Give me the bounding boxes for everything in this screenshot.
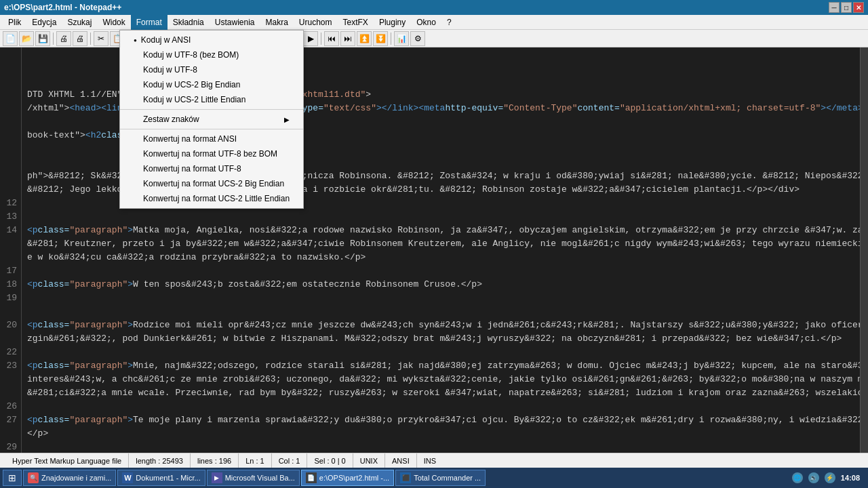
- line-number-26: [3, 386, 17, 400]
- network-icon: 🌐: [792, 472, 803, 483]
- line-number-11: [3, 183, 17, 197]
- toolbar-sep-7: [391, 33, 391, 45]
- dropdown-item-label: Konwertuj na format UCS-2 Little Endian: [143, 194, 290, 203]
- line-number-24: 23: [3, 359, 17, 373]
- dropdown-item-arrow: ▶: [284, 116, 290, 123]
- code-line-24: <p class="paragraph">Mnie, najm&#322;ods…: [27, 359, 860, 373]
- vertical-scrollbar[interactable]: [860, 47, 868, 453]
- dropdown-item-zestaw[interactable]: Zestaw znaków▶: [120, 112, 303, 127]
- minimize-button[interactable]: ─: [829, 2, 840, 13]
- menu-item-format[interactable]: Format: [131, 15, 167, 30]
- dropdown-item-label: Koduj w UTF-8 (bez BOM): [143, 50, 239, 60]
- taskbar-sys: 🌐 🔉 ⚡ 14:08: [787, 472, 865, 483]
- toolbar-print2[interactable]: 🖨: [73, 31, 87, 46]
- menu-bar: PlikEdycjaSzukajWidokFormatSkładniaUstaw…: [0, 15, 868, 30]
- toolbar-cut[interactable]: ✂: [94, 31, 108, 46]
- toolbar-macro-play[interactable]: ▶: [303, 31, 318, 46]
- toolbar-open[interactable]: 📂: [19, 31, 34, 46]
- line-number-12: 12: [3, 197, 17, 210]
- menu-item-edycja[interactable]: Edycja: [26, 15, 62, 30]
- code-line-15: &#281; Kreutzner, przeto i ja by&#322;em…: [27, 237, 860, 251]
- status-sel: Sel : 0 | 0: [307, 453, 353, 468]
- menu-item-szukaj[interactable]: Szukaj: [62, 15, 97, 30]
- taskbar-app-totalcommander[interactable]: ⬛ Total Commander ...: [395, 470, 486, 486]
- line-number-30: 29: [3, 441, 17, 453]
- menu-item-ustawienia[interactable]: Ustawienia: [210, 15, 260, 30]
- dropdown-item-label: Konwertuj na format ANSI: [143, 134, 237, 144]
- line-number-5: [3, 102, 17, 115]
- dropdown-item-label: Koduj w UCS-2 Little Endian: [143, 95, 245, 104]
- dropdown-item-label: Koduj w UTF-8: [143, 65, 197, 75]
- toolbar-print[interactable]: 🖨: [56, 31, 71, 46]
- status-col: Col : 1: [272, 453, 308, 468]
- dropdown-item-koduj-ucs2-little[interactable]: Koduj w UCS-2 Little Endian: [120, 92, 303, 107]
- toolbar-new[interactable]: 📄: [3, 31, 18, 46]
- status-filetype: Hyper Text Markup Language file: [5, 453, 129, 468]
- volume-icon: 🔉: [808, 472, 819, 483]
- toolbar-extra4[interactable]: ⏬: [373, 31, 388, 46]
- toolbar-extra2[interactable]: ⏭: [340, 31, 355, 46]
- menu-item-textfx[interactable]: TextFX: [338, 15, 374, 30]
- dropdown-separator: [120, 129, 303, 129]
- code-line-27: [27, 400, 860, 413]
- dropdown-item-koduj-utf8[interactable]: Koduj w UTF-8: [120, 62, 303, 77]
- toolbar-save[interactable]: 💾: [35, 31, 50, 46]
- menu-item-uruchom[interactable]: Uruchom: [294, 15, 338, 30]
- vba-icon: ▶: [212, 472, 222, 483]
- dropdown-item-konw-utf8[interactable]: Konwertuj na format UTF-8: [120, 161, 303, 176]
- code-line-13: [27, 210, 860, 224]
- line-number-9: [3, 156, 17, 169]
- toolbar-extra5[interactable]: 📊: [394, 31, 409, 46]
- line-number-15: [3, 237, 17, 251]
- toolbar-sep-2: [90, 33, 91, 45]
- line-number-8: [3, 142, 17, 156]
- line-number-19: 19: [3, 291, 17, 305]
- menu-item-widok[interactable]: Widok: [97, 15, 130, 30]
- line-number-20: [3, 305, 17, 319]
- line-number-27: 26: [3, 400, 17, 413]
- line-number-22: [3, 332, 17, 346]
- code-line-29: </p>: [27, 427, 860, 441]
- line-number-6: [3, 115, 17, 129]
- dropdown-item-koduj-ansi[interactable]: Koduj w ANSI: [120, 33, 303, 47]
- menu-item-pluginy[interactable]: Pluginy: [374, 15, 411, 30]
- taskbar-app-notepad-label: e:\OPS\part2.html -...: [319, 474, 389, 482]
- code-line-25: interes&#243;w, a chc&#261;c ze mnie zro…: [27, 373, 860, 386]
- dropdown-item-label: Konwertuj na format UTF-8: [143, 164, 241, 174]
- menu-item-okno[interactable]: Okno: [411, 15, 441, 30]
- taskbar-app-findreplace-label: Znajdowanie i zami...: [41, 474, 111, 482]
- toolbar-extra3[interactable]: ⏫: [357, 31, 372, 46]
- taskbar-app-word[interactable]: W Dokument1 - Micr...: [117, 470, 205, 486]
- word-icon: W: [122, 472, 133, 483]
- dropdown-item-konw-ansi[interactable]: Konwertuj na format ANSI: [120, 131, 303, 146]
- menu-item-help[interactable]: ?: [441, 15, 457, 30]
- toolbar-extra6[interactable]: ⚙: [410, 31, 425, 46]
- line-number-21: 20: [3, 319, 17, 332]
- dropdown-item-koduj-ucs2-big[interactable]: Koduj w UCS-2 Big Endian: [120, 77, 303, 92]
- line-numbers: 1213141718192022232627293031: [0, 47, 22, 453]
- title-bar: e:\OPS\part2.html - Notepad++ ─ □ ✕: [0, 0, 868, 15]
- dropdown-item-koduj-utf8-bom[interactable]: Koduj w UTF-8 (bez BOM): [120, 47, 303, 62]
- close-button[interactable]: ✕: [853, 2, 864, 13]
- start-button[interactable]: ⊞: [3, 470, 22, 486]
- findreplace-icon: 🔍: [28, 472, 39, 483]
- line-number-17: 17: [3, 264, 17, 278]
- code-line-14: <p class="paragraph">Matka moja, Angielk…: [27, 224, 860, 237]
- menu-item-skladnia[interactable]: Składnia: [167, 15, 210, 30]
- maximize-button[interactable]: □: [841, 2, 852, 13]
- toolbar-extra1[interactable]: ⏮: [324, 31, 339, 46]
- dropdown-item-konw-ucs2-big[interactable]: Konwertuj na format UCS-2 Big Endian: [120, 176, 303, 191]
- code-line-21: <p class="paragraph">Rodzice moi mieli o…: [27, 319, 860, 332]
- code-line-22: zgin&#261;&#322;, pod Dunkierk&#261; w b…: [27, 332, 860, 346]
- line-number-10: [3, 169, 17, 183]
- dropdown-item-konw-ucs2-little[interactable]: Konwertuj na format UCS-2 Little Endian: [120, 191, 303, 206]
- taskbar-app-notepad[interactable]: 📄 e:\OPS\part2.html -...: [301, 470, 394, 486]
- menu-item-makra[interactable]: Makra: [260, 15, 294, 30]
- dropdown-item-konw-utf8-bom[interactable]: Konwertuj na format UTF-8 bez BOM: [120, 146, 303, 161]
- toolbar-sep-1: [53, 33, 54, 45]
- dropdown-item-label: Koduj w UCS-2 Big Endian: [143, 80, 240, 89]
- menu-item-plik[interactable]: Plik: [3, 15, 26, 30]
- taskbar-app-vba[interactable]: ▶ Microsoft Visual Ba...: [207, 470, 300, 486]
- taskbar-app-findreplace[interactable]: 🔍 Znajdowanie i zami...: [23, 470, 116, 486]
- status-bar: Hyper Text Markup Language file length :…: [0, 453, 868, 468]
